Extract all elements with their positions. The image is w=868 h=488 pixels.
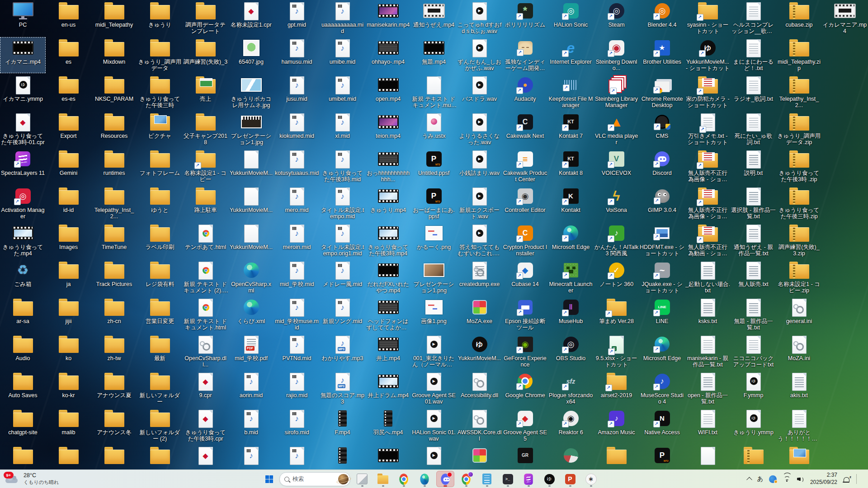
desktop-icon[interactable]: open - 親作品一覧.txt [685,371,731,407]
desktop-icon[interactable]: 新規 テキスト ドキュメント (2).html [183,259,228,296]
desktop-icon[interactable]: 井上ドラム.mp4 [365,371,411,407]
desktop-icon[interactable]: ♪hamusu.mid [274,37,320,73]
desktop-icon[interactable]: ♪rajio.mid [274,371,320,407]
notepad-taskbar-button[interactable] [478,471,496,487]
desktop-icon[interactable]: ϟ↗VoiSona [594,185,639,221]
desktop-icon[interactable]: ↗airset2-2019 [594,371,639,407]
desktop-icon[interactable]: WIFI.txt [685,408,731,444]
desktop-icon[interactable]: teion.mp4 [365,111,411,147]
desktop-icon[interactable]: X↗9.5.xlsx - ショートカット [594,333,639,370]
desktop-icon[interactable]: ↗Steinberg Library Manager [594,74,639,110]
desktop-icon[interactable]: id-id [46,185,91,221]
desktop-icon[interactable]: Resources [91,111,137,147]
desktop-icon[interactable]: イカレマニア.mp4 [822,0,868,36]
desktop-icon[interactable]: ヘルスコンプレッション__歌詞.txt [731,0,776,36]
desktop-icon[interactable]: en-us [46,0,91,36]
desktop-icon[interactable]: ↗無人販売不正行為動画 - ショートカット [685,222,731,258]
desktop-icon[interactable]: *↗ポリリリリズム [502,0,548,36]
desktop-icon[interactable]: きゅうり [137,0,183,36]
desktop-icon[interactable]: es [46,37,91,73]
desktop-icon[interactable]: YukkuriMovieM... [228,148,274,184]
desktop-icon[interactable]: C↗Crypton Product Installer [502,222,548,258]
desktop-icon[interactable]: ohhayo-.mp4 [365,37,411,73]
desktop-icon[interactable]: ♪b.mid [228,408,274,444]
desktop-icon[interactable]: ◉↗Reaktor 6 [548,408,594,444]
desktop-icon[interactable]: MoZA.exe [457,296,502,333]
desktop-icon[interactable]: きゅうり食ってた.mp4 [0,222,46,258]
desktop-icon[interactable]: zh-cn [91,296,137,333]
desktop-icon[interactable]: Export [46,111,91,147]
desktop-icon[interactable]: ksks.txt [685,296,731,333]
desktop-icon[interactable]: ◆きゅうり食ってた午後3時-01.cpr [0,111,46,147]
desktop-icon[interactable]: 説明.txt [731,148,776,184]
spectralayers-taskbar-button[interactable] [519,471,538,487]
desktop-icon[interactable]: ↗GIMP 3.0.4 [639,185,685,221]
desktop-icon[interactable]: きゅうり食ってた午後三時.zip [776,185,822,221]
desktop-icon[interactable]: malib [46,408,91,444]
desktop-icon[interactable]: OpenCvSharp.dll... [183,333,228,370]
desktop-icon[interactable]: ↗名称未設定1 - コピー [183,148,228,184]
desktop-icon[interactable]: まにまにわーるど！.txt [731,37,776,73]
chatgpt-taskbar-button[interactable]: ∗ [582,471,600,487]
desktop-icon[interactable]: ♪gpt.mid [274,0,320,36]
desktop-icon[interactable]: ◎↗OBS Studio [548,333,594,370]
desktop-icon[interactable]: きゅうり食ってた午後3時.mp4 [365,222,411,258]
desktop-icon[interactable]: AWSSDK.Core.dll [457,408,502,444]
desktop-icon[interactable]: 路上駐車 [183,185,228,221]
desktop-icon[interactable]: うみ.ustx [411,111,457,147]
desktop-icon[interactable]: ko-kr [46,371,91,407]
desktop-icon[interactable]: ↗SpectraLayers 11 [0,148,46,184]
desktop-icon[interactable]: Images [46,222,91,258]
desktop-icon[interactable]: N↗Native Access [639,408,685,444]
desktop-icon[interactable]: ゆF.ymmp [731,371,776,407]
desktop-icon[interactable]: ▶ずんだもん_しおかぜふ.wav [457,37,502,73]
desktop-icon[interactable]: sfz↗Plogue sforzando x64 [548,371,594,407]
desktop-icon[interactable]: ゆきゅうり.ymmp [731,408,776,444]
desktop-icon[interactable]: ◉↗Controller Editor [502,185,548,221]
desktop-icon[interactable]: ↗無人販売不正行為画像 - ショートカット [685,185,731,221]
desktop-icon[interactable]: 無題 - 親作品一覧.txt [731,296,776,333]
desktop-icon[interactable]: ↗CMS [639,111,685,147]
desktop-icon[interactable]: ↗筆まめ Ver.28 [594,296,639,333]
desktop-icon[interactable]: ♪↗かんたん！AITalk 3 関西風 [594,222,639,258]
desktop-icon[interactable]: ♪タイトル未設定.tempo.orig1.mid [320,222,365,258]
desktop-icon[interactable]: ♪umibe.mid [320,37,365,73]
volume-icon[interactable] [797,476,804,482]
desktop-icon[interactable]: ♪↗MuseScore Studio 4 [639,371,685,407]
hidden-icons-chevron-icon[interactable] [746,477,752,483]
desktop-icon[interactable]: 無題.mp4 [411,37,457,73]
desktop-icon[interactable]: ↗Chrome Remote Desktop [639,74,685,110]
desktop-icon[interactable]: ▶よりうるさくなった.wav [457,111,502,147]
desktop-icon[interactable]: ↗Microsoft Edge [639,333,685,370]
desktop-icon[interactable]: chatgpt-site [0,408,46,444]
desktop-icon[interactable]: レジ袋有料 [137,259,183,296]
desktop-icon[interactable]: きゅうりボカコレ用サムネ.jpg [228,74,274,110]
desktop-icon[interactable]: かるーく.png [411,222,457,258]
file-explorer-taskbar-button[interactable] [374,471,392,487]
desktop-icon[interactable]: ゆうと [137,185,183,221]
desktop-icon[interactable]: Track Pictures [91,259,137,296]
desktop-icon[interactable]: 死にたい_ゅ歌詞.txt [731,111,776,147]
google-chrome-taskbar-button[interactable] [395,471,413,487]
desktop-icon[interactable]: アナウンス冬 [91,408,137,444]
windows-terminal-taskbar-button[interactable]: >_ [499,471,517,487]
desktop-icon[interactable]: ‖↗MuseHub [548,296,594,333]
desktop-icon[interactable]: ♪meroin.mid [274,222,320,258]
desktop-icon[interactable]: PNT2Untitled.ppsf [411,148,457,184]
desktop-icon[interactable]: ラベル印刷 [137,222,183,258]
desktop-icon[interactable]: Gemini [46,148,91,184]
desktop-icon[interactable]: 調声練習(失敗)_3 [183,37,228,73]
desktop-icon[interactable]: ▶HALion Sonic 01.wav [411,408,457,444]
desktop-icon[interactable]: zh-tw [91,333,137,370]
desktop-icon[interactable]: 無人販売.txt [731,259,776,296]
clock[interactable]: 2:37 2025/09/22 [810,472,837,486]
desktop-icon[interactable]: ◆↗Groove Agent SE 5 [502,408,548,444]
desktop-icon[interactable]: createdump.exe [457,259,502,296]
desktop-icon[interactable]: ♪PVTNd.mid [274,333,320,370]
desktop-icon[interactable]: ♪きゅうり食ってた午後3時.mid [320,148,365,184]
desktop-icon[interactable]: ♪sirofo.mid [274,408,320,444]
desktop-icon[interactable]: e↗Internet Explorer [548,37,594,73]
desktop-icon[interactable]: ゆYukkuriMovieM... [457,333,502,370]
desktop-icon[interactable]: きゅうり食ってた午後三時 [137,74,183,110]
desktop-icon[interactable]: 選択肢 - 親作品一覧.txt [731,185,776,221]
